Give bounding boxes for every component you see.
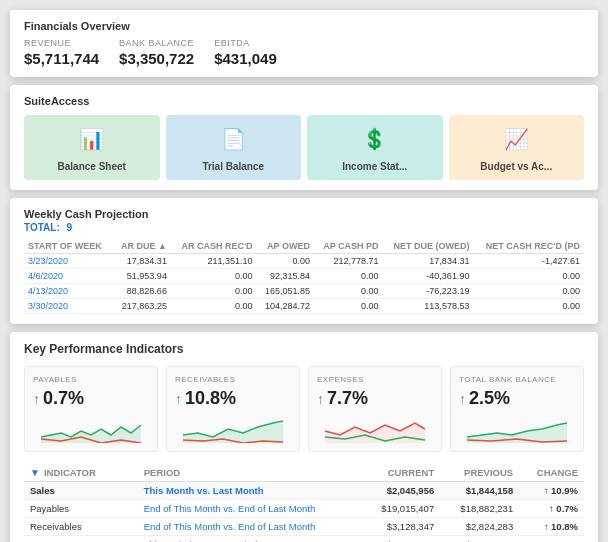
payables-sparkline [33,415,149,443]
wcp-col-ar-due: AR Due ▲ [113,239,171,254]
table-cell: 212,778.71 [314,254,383,269]
wcp-total: TOTAL: 9 [24,222,584,233]
kpi-payables-number: 0.7% [43,388,84,409]
kpi-row-current: $3,128,347 [361,518,440,536]
kpi-row-period[interactable]: End of This Month vs. End of Last Month [138,500,362,518]
table-cell: 0.00 [171,269,257,284]
kpi-row-change: ↑ 7.7% [519,536,584,543]
kpi-card: Key Performance Indicators PAYABLES ↑ 0.… [10,332,598,542]
wcp-col-ar-cash: AR Cash Rec'd [171,239,257,254]
metric-ebitda-label: EBITDA [214,38,277,48]
table-cell: 0.00 [473,269,584,284]
suite-icons-container: 📊 Balance Sheet 📄 Trial Balance 💲 Income… [24,115,584,180]
kpi-row-current: $19,015,407 [361,500,440,518]
table-cell: 17,834.31 [113,254,171,269]
receivables-sparkline [175,415,291,443]
wcp-col-net-cash: Net Cash Rec'd (Pd [473,239,584,254]
kpi-bank-value: ↑ 2.5% [459,388,575,409]
wcp-col-ap-cash: AP Cash Pd [314,239,383,254]
table-row: 3/23/202017,834.31211,351.100.00212,778.… [24,254,584,269]
kpi-row-current: $1,702,370 [361,536,440,543]
trial-balance-label: Trial Balance [202,161,264,172]
kpi-row-change: ↑ 0.7% [519,500,584,518]
kpi-col-period: PERIOD [138,464,362,482]
kpi-row-indicator: Sales [24,482,138,500]
table-cell: 217,863.25 [113,299,171,314]
indicator-sort-icon: ▼ [30,467,40,478]
kpi-row-change: ↑ 10.8% [519,518,584,536]
metric-ebitda-value: $431,049 [214,50,277,67]
kpi-table-row: ExpensesThis Period vs. Last Period$1,70… [24,536,584,543]
balance-sheet-label: Balance Sheet [58,161,126,172]
table-cell: 0.00 [473,299,584,314]
kpi-row-period[interactable]: This Month vs. Last Month [138,482,362,500]
kpi-payables-value: ↑ 0.7% [33,388,149,409]
table-row: 4/13/202088,828.660.00165,051.850.00-76,… [24,284,584,299]
kpi-row-indicator: Receivables [24,518,138,536]
kpi-receivables-number: 10.8% [185,388,236,409]
kpi-row-period[interactable]: This Period vs. Last Period [138,536,362,543]
kpi-receivables: RECEIVABLES ↑ 10.8% [166,366,300,452]
income-statement-icon: 💲 [359,123,391,155]
metric-bank-balance: BANK BALANCE $3,350,722 [119,38,194,67]
payables-arrow-icon: ↑ [33,391,40,407]
suite-income-statement[interactable]: 💲 Income Stat... [307,115,443,180]
wcp-total-value: 9 [67,222,73,233]
table-cell: 165,051.85 [257,284,314,299]
table-cell: 211,351.10 [171,254,257,269]
expenses-arrow-icon: ↑ [317,391,324,407]
table-cell: 0.00 [314,284,383,299]
kpi-row-current: $2,045,956 [361,482,440,500]
kpi-expenses: EXPENSES ↑ 7.7% [308,366,442,452]
table-cell[interactable]: 4/13/2020 [24,284,113,299]
table-cell: 0.00 [257,254,314,269]
kpi-title: Key Performance Indicators [24,342,584,356]
suite-balance-sheet[interactable]: 📊 Balance Sheet [24,115,160,180]
kpi-row-previous: $2,824,283 [440,518,519,536]
wcp-col-week: Start of Week [24,239,113,254]
kpi-table-row: ReceivablesEnd of This Month vs. End of … [24,518,584,536]
wcp-title: Weekly Cash Projection [24,208,584,220]
table-cell[interactable]: 3/30/2020 [24,299,113,314]
kpi-indicator-table: ▼ INDICATOR PERIOD CURRENT PREVIOUS CHAN… [24,464,584,542]
metric-bank-value: $3,350,722 [119,50,194,67]
table-cell: 17,834.31 [383,254,474,269]
wcp-table: Start of Week AR Due ▲ AR Cash Rec'd AP … [24,239,584,314]
kpi-row-indicator: Payables [24,500,138,518]
wcp-col-net-due: Net Due (Owed) [383,239,474,254]
budget-vs-actual-label: Budget vs Ac... [480,161,552,172]
kpi-col-previous: PREVIOUS [440,464,519,482]
kpi-receivables-value: ↑ 10.8% [175,388,291,409]
table-cell[interactable]: 3/23/2020 [24,254,113,269]
budget-vs-actual-icon: 📈 [500,123,532,155]
kpi-expenses-number: 7.7% [327,388,368,409]
table-cell: 88,828.66 [113,284,171,299]
table-cell: 0.00 [171,284,257,299]
kpi-cards-container: PAYABLES ↑ 0.7% RECEIVABLES ↑ 10.8% [24,366,584,452]
weekly-cash-projection-card: Weekly Cash Projection TOTAL: 9 Start of… [10,198,598,324]
kpi-bank-balance: TOTAL BANK BALANCE ↑ 2.5% [450,366,584,452]
suite-trial-balance[interactable]: 📄 Trial Balance [166,115,302,180]
kpi-col-change: CHANGE [519,464,584,482]
kpi-col-indicator: ▼ INDICATOR [24,464,138,482]
wcp-total-label: TOTAL: [24,222,60,233]
suite-access-card: SuiteAccess 📊 Balance Sheet 📄 Trial Bala… [10,85,598,190]
kpi-table-row: SalesThis Month vs. Last Month$2,045,956… [24,482,584,500]
table-cell: -40,361.90 [383,269,474,284]
kpi-col-current: CURRENT [361,464,440,482]
table-cell: 113,578.53 [383,299,474,314]
table-cell: -76,223.19 [383,284,474,299]
kpi-bank-number: 2.5% [469,388,510,409]
kpi-row-period[interactable]: End of This Month vs. End of Last Month [138,518,362,536]
suite-budget-vs-actual[interactable]: 📈 Budget vs Ac... [449,115,585,180]
kpi-row-indicator: Expenses [24,536,138,543]
metric-bank-label: BANK BALANCE [119,38,194,48]
financials-metrics: REVENUE $5,711,744 BANK BALANCE $3,350,7… [24,38,584,67]
expenses-sparkline [317,415,433,443]
kpi-expenses-label: EXPENSES [317,375,433,384]
kpi-receivables-label: RECEIVABLES [175,375,291,384]
table-row: 3/30/2020217,863.250.00104,284.720.00113… [24,299,584,314]
kpi-row-previous: $1,844,158 [440,482,519,500]
bank-sparkline [459,415,575,443]
table-cell[interactable]: 4/6/2020 [24,269,113,284]
